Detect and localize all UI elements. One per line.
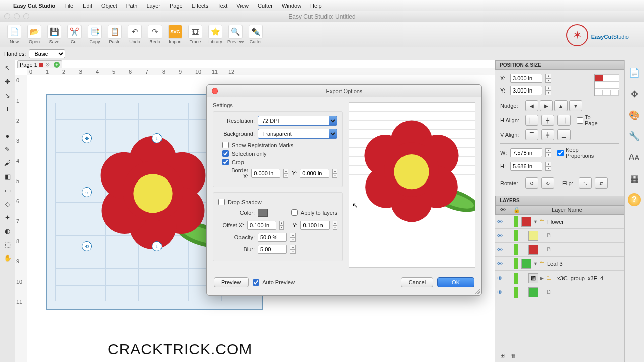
background-select[interactable]: Transparent (258, 129, 337, 139)
handle-rotate[interactable]: ⟲ (82, 241, 92, 251)
layers-menu-icon[interactable]: ≡ (610, 206, 624, 214)
blur-stepper[interactable]: ▴▾ (290, 245, 296, 254)
flip-h-button[interactable]: ⇋ (579, 177, 592, 189)
menu-page[interactable]: Page (170, 3, 183, 9)
layer-row[interactable]: 👁🗋 (495, 285, 624, 299)
valign-middle-button[interactable]: ┿ (541, 129, 554, 140)
w-stepper[interactable]: ▴▾ (545, 148, 551, 157)
regmarks-checkbox[interactable] (222, 142, 229, 148)
toolbar-library-button[interactable]: ⭐Library (205, 25, 225, 44)
dropshadow-checkbox[interactable] (218, 199, 225, 205)
autopreview-checkbox[interactable] (253, 279, 259, 286)
minimize-window-button[interactable] (14, 13, 20, 19)
toolbar-import-button[interactable]: SVGImport (165, 25, 185, 44)
menu-file[interactable]: File (64, 3, 73, 9)
y-stepper[interactable]: ▴▾ (545, 86, 551, 95)
selection-only-checkbox[interactable] (222, 150, 229, 157)
tool-13[interactable]: ⬚ (2, 239, 13, 250)
tool-3[interactable]: T (2, 103, 13, 114)
blur-field[interactable] (258, 245, 287, 254)
toolbar-save-button[interactable]: 💾Save (44, 25, 64, 44)
tool-12[interactable]: ◐ (2, 225, 13, 236)
menu-cutter[interactable]: Cutter (258, 3, 273, 9)
toolbar-cut-button[interactable]: ✂️Cut (64, 25, 85, 44)
to-page-checkbox[interactable] (577, 117, 583, 124)
offsety-field[interactable] (300, 221, 330, 230)
menu-object[interactable]: Object (101, 3, 117, 9)
opacity-stepper[interactable]: ▴▾ (290, 233, 296, 242)
anchor-grid[interactable] (594, 74, 619, 96)
offsety-stepper[interactable]: ▴▾ (333, 221, 337, 230)
layer-row[interactable]: 👁▼🗀Flower (495, 215, 624, 229)
menu-layer[interactable]: Layer (146, 3, 160, 9)
inspector-tab-4[interactable]: Aᴀ (628, 151, 641, 164)
tool-2[interactable]: ↘ (2, 89, 13, 101)
delete-layer-button[interactable]: 🗑 (511, 353, 516, 359)
visibility-toggle[interactable]: 👁 (495, 219, 504, 225)
visibility-toggle[interactable]: 👁 (495, 233, 504, 239)
tool-14[interactable]: ✋ (2, 252, 13, 263)
menu-path[interactable]: Path (126, 3, 138, 9)
y-field[interactable] (510, 86, 542, 95)
app-menu[interactable]: Easy Cut Studio (13, 3, 55, 9)
tool-7[interactable]: 🖌 (2, 157, 13, 168)
shadow-color-swatch[interactable] (258, 209, 268, 217)
h-stepper[interactable]: ▴▾ (545, 162, 551, 171)
close-window-button[interactable] (4, 13, 10, 19)
ok-button[interactable]: OK (437, 277, 474, 287)
layer-row[interactable]: 👁▨▶🗀_x3C_group_x3E_4_ (495, 271, 624, 285)
menu-window[interactable]: Window (282, 3, 301, 9)
toolbar-cutter-button[interactable]: ✒️Cutter (246, 25, 266, 44)
halign-right-button[interactable]: ▕ (557, 115, 571, 126)
handles-select[interactable]: Basic (29, 49, 65, 58)
new-layer-button[interactable]: ⊞ (500, 352, 505, 359)
handle-bottom[interactable]: ↕ (152, 241, 162, 251)
layer-row[interactable]: 👁🗋 (495, 243, 624, 257)
rotate-cw-button[interactable]: ↻ (541, 177, 554, 189)
flip-v-button[interactable]: ⇵ (595, 177, 608, 189)
bordery-stepper[interactable]: ▴▾ (332, 169, 337, 178)
expand-toggle[interactable]: ▶ (540, 276, 546, 281)
h-field[interactable] (510, 162, 542, 171)
valign-bottom-button[interactable]: ▁ (557, 129, 571, 140)
toolbar-trace-button[interactable]: 🖼Trace (185, 25, 205, 44)
visibility-toggle[interactable]: 👁 (495, 289, 504, 295)
visibility-toggle[interactable]: 👁 (495, 275, 504, 281)
nudge-left-button[interactable]: ◀ (525, 100, 538, 111)
tool-9[interactable]: ▭ (2, 185, 13, 196)
tool-6[interactable]: ✎ (2, 144, 13, 155)
help-button[interactable]: ? (628, 193, 641, 206)
nudge-down-button[interactable]: ▼ (569, 100, 582, 111)
page-tab[interactable]: Page 1 ⊗ + (17, 60, 62, 68)
tool-8[interactable]: ◧ (2, 171, 13, 182)
tool-1[interactable]: ✥ (2, 76, 13, 87)
offsetx-field[interactable] (247, 221, 276, 230)
inspector-tab-5[interactable]: ▦ (628, 172, 641, 185)
rotate-ccw-button[interactable]: ↺ (525, 177, 538, 189)
toolbar-new-button[interactable]: 📄New (4, 25, 24, 44)
cancel-button[interactable]: Cancel (401, 277, 433, 287)
keep-proportions-checkbox[interactable] (557, 150, 564, 156)
add-page-button[interactable]: + (54, 62, 60, 68)
toolbar-copy-button[interactable]: 📑Copy (85, 25, 105, 44)
handle-top[interactable]: ↕ (152, 133, 162, 143)
close-page-icon[interactable]: ⊗ (45, 61, 50, 68)
tool-0[interactable]: ↖ (2, 62, 13, 73)
nudge-up-button[interactable]: ▲ (554, 100, 568, 111)
inspector-tab-0[interactable]: 📄 (628, 66, 641, 79)
layer-row[interactable]: 👁🗋 (495, 229, 624, 243)
dialog-close-button[interactable] (212, 88, 218, 94)
tool-10[interactable]: ◇ (2, 198, 13, 209)
tool-11[interactable]: ✦ (2, 212, 13, 223)
inspector-tab-2[interactable]: 🎨 (628, 109, 641, 122)
resolution-select[interactable]: 72 DPI (258, 116, 337, 126)
handle-move[interactable]: ✥ (82, 133, 92, 143)
tool-4[interactable]: — (2, 117, 13, 128)
w-field[interactable] (510, 148, 542, 157)
bordery-field[interactable] (300, 169, 329, 178)
visibility-toggle[interactable]: 👁 (495, 247, 504, 253)
zoom-window-button[interactable] (23, 13, 29, 19)
menu-text[interactable]: Text (217, 3, 227, 9)
crop-checkbox[interactable] (222, 159, 229, 165)
expand-toggle[interactable]: ▼ (533, 261, 539, 266)
